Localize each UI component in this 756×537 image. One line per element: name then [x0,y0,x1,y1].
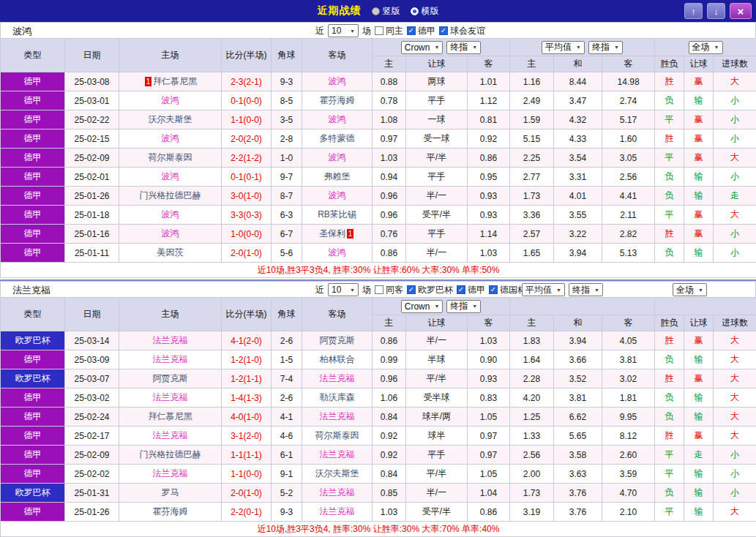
corner-label: 8-5 [280,96,293,106]
checkbox-german-cup[interactable]: 德国杯 [489,284,526,296]
checkbox-europa-league[interactable]: 欧罗巴杯 [407,284,453,296]
away-team-link[interactable]: 法兰克福 [320,506,355,517]
home-team-link[interactable]: 美因茨 [157,247,184,258]
avg-away-cell: 2.60 [602,446,655,465]
home-team-link[interactable]: 拜仁慕尼黑 [149,411,192,421]
away-odds-label: 0.93 [480,374,497,384]
away-team-link[interactable]: 法兰克福 [320,449,355,459]
checkbox-same-away[interactable]: 同客 [375,284,403,296]
radio-vertical[interactable]: 竖版 [372,5,400,18]
result-label: 胜 [665,335,674,345]
odds-period-select[interactable]: 终指 ▼ [446,300,481,313]
away-team-link[interactable]: 法兰克福 [320,487,355,497]
results-table: 类型 日期 主场 比分(半场) 角球 客场 Crown ▼ 终指 [0,297,756,537]
home-team-link[interactable]: 荷尔斯泰因 [149,152,192,162]
corner-label: 5-2 [280,488,293,498]
away-team-link[interactable]: 波鸿 [329,247,346,258]
avg-away-label: 9.95 [620,412,637,422]
col-handicap-result: 让球 [684,56,714,72]
scroll-up-button[interactable]: ↑ [684,3,703,19]
home-team-link[interactable]: 法兰克福 [153,430,188,440]
home-team-link[interactable]: 波鸿 [162,133,179,143]
away-team-link[interactable]: 圣保利 [319,228,345,239]
checkbox-same-home[interactable]: 同主 [375,25,403,37]
away-team-link[interactable]: 荷尔斯泰因 [315,430,359,440]
home-team-link[interactable]: 阿贾克斯 [153,373,188,383]
away-team-link[interactable]: 弗赖堡 [324,171,351,181]
score-cell: 3-3(0-3) [222,206,272,225]
home-team-link[interactable]: 拜仁慕尼黑 [153,76,197,86]
result-cell: 胜 [655,427,684,446]
average-select[interactable]: 平均值 ▼ [542,41,585,54]
goals-result-label: 小 [730,228,739,239]
scroll-down-button[interactable]: ↓ [707,3,725,19]
goals-result-label: 小 [730,468,739,478]
away-odds-label: 0.86 [480,507,497,517]
home-team-link[interactable]: 法兰克福 [153,354,188,364]
league-label: 德甲 [24,392,42,402]
home-team-link[interactable]: 波鸿 [162,228,179,239]
home-team-link[interactable]: 霍芬海姆 [153,506,188,517]
avg-away-cell: 2.74 [602,91,655,110]
handicap-result-label: 赢 [695,335,703,345]
handicap-label: 平手 [428,449,446,459]
away-team-link[interactable]: 沃尔夫斯堡 [315,468,359,478]
home-team-link[interactable]: 沃尔夫斯堡 [149,114,192,124]
dropdown-arrow-icon: ▼ [556,288,561,293]
away-team-link[interactable]: 波鸿 [329,152,346,162]
goals-result-label: 小 [730,95,739,105]
away-team-link[interactable]: 法兰克福 [320,411,355,421]
scope-select[interactable]: 全场 ▼ [689,41,723,54]
match-count-select[interactable]: 10 ▼ [328,283,359,296]
checkbox-bundesliga[interactable]: 德甲 [407,25,435,37]
match-count-select[interactable]: 10 ▼ [328,24,359,37]
odds-company-select[interactable]: Crown ▼ [401,41,444,54]
handicap-result-label: 赢 [695,152,703,162]
away-team-cell: 柏林联合 [302,350,373,369]
dropdown-arrow-icon: ▼ [698,288,703,293]
average-period-select[interactable]: 终指 ▼ [588,41,623,54]
away-team-link[interactable]: 波鸿 [329,190,346,200]
odds-period-select[interactable]: 终指 ▼ [446,41,481,54]
checkbox-label: 同客 [386,284,403,296]
goals-result-label: 走 [730,190,739,200]
close-button[interactable]: × [730,3,752,19]
near-label: 近 [315,25,324,37]
home-team-link[interactable]: 门兴格拉德巴赫 [140,190,201,200]
league-cell: 德甲 [1,206,65,225]
col-type: 类型 [1,39,65,72]
home-team-link[interactable]: 法兰克福 [153,335,188,345]
away-odds-label: 1.05 [480,412,497,422]
away-team-link[interactable]: 法兰克福 [320,373,355,383]
home-team-link[interactable]: 法兰克福 [153,392,188,402]
results-body: 德甲 25-03-08 1拜仁慕尼黑 2-3(2-1) 9-3 波鸿 0.88 … [1,72,756,263]
home-team-link[interactable]: 波鸿 [162,171,179,181]
checkbox-bundesliga[interactable]: 德甲 [457,284,485,296]
radio-horizontal-label: 横版 [422,5,439,18]
away-team-link[interactable]: 波鸿 [329,76,346,86]
away-team-link[interactable]: 柏林联合 [320,354,355,364]
checkbox-club-friendly[interactable]: 球会友谊 [439,25,485,37]
home-team-link[interactable]: 门兴格拉德巴赫 [140,449,201,459]
home-team-link[interactable]: 波鸿 [162,95,179,105]
away-team-link[interactable]: 波鸿 [329,114,346,124]
home-team-link[interactable]: 波鸿 [162,209,179,219]
scope-select[interactable]: 全场 ▼ [673,283,707,296]
home-odds-cell: 0.96 [373,206,406,225]
col-odds-away: 客 [468,315,510,331]
league-label: 德甲 [24,76,42,86]
goals-result-label: 大 [730,430,739,440]
radio-horizontal[interactable]: 横版 [411,5,439,18]
home-team-link[interactable]: 法兰克福 [153,468,188,478]
average-select[interactable]: 平均值 ▼ [522,283,565,296]
away-team-link[interactable]: 勒沃库森 [320,392,355,402]
away-team-link[interactable]: 多特蒙德 [320,133,355,143]
score-label: 1-2(1-0) [231,355,262,365]
away-team-link[interactable]: 霍芬海姆 [320,95,355,105]
away-team-link[interactable]: RB莱比锡 [318,209,356,219]
odds-company-select[interactable]: Crown ▼ [401,300,444,313]
home-team-link[interactable]: 罗马 [162,487,179,497]
away-team-link[interactable]: 阿贾克斯 [320,335,355,345]
league-label: 欧罗巴杯 [15,487,50,497]
average-period-select[interactable]: 终指 ▼ [569,283,603,296]
